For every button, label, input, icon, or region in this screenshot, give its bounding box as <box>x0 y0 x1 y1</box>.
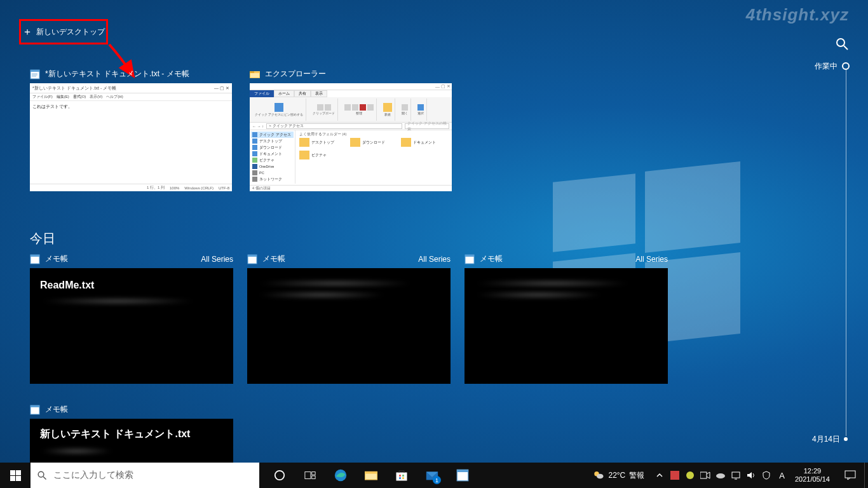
tray-app-icon[interactable] <box>685 470 695 480</box>
svg-rect-41 <box>670 471 679 480</box>
activity-file: 新しいテキスト ドキュメント.txt <box>40 428 223 441</box>
clock-date: 2021/05/14 <box>795 475 830 484</box>
tray-app-icon[interactable] <box>670 470 680 480</box>
window-thumb-title: エクスプローラー <box>265 69 326 79</box>
svg-rect-11 <box>248 255 257 257</box>
svg-line-17 <box>844 46 848 50</box>
notepad-icon <box>30 254 40 264</box>
timeline-now-label: 作業中 <box>815 61 837 72</box>
watermark-text: 4thsight.xyz <box>746 5 849 25</box>
exp-tabs: ファイル ホーム 共有 表示 <box>250 90 452 97</box>
clock-time: 12:29 <box>795 467 830 475</box>
exp-addressbar: ← → ↑ > クイック アクセス クイック アクセスの検索 <box>250 123 452 130</box>
svg-rect-25 <box>305 472 311 479</box>
security-icon[interactable] <box>761 470 771 480</box>
clock[interactable]: 12:29 2021/05/14 <box>789 467 836 484</box>
show-desktop-button[interactable] <box>864 463 868 488</box>
svg-rect-27 <box>312 476 315 479</box>
svg-rect-13 <box>465 255 474 257</box>
mail-button[interactable]: 1 <box>417 463 447 488</box>
window-thumb-explorer[interactable]: エクスプローラー —▢✕ ファイル ホーム 共有 表示 クイック アクセスにピン… <box>250 69 452 191</box>
window-thumb-notepad[interactable]: *新しいテキスト ドキュメント.txt - メモ帳 *新しいテキスト ドキュメン… <box>30 69 232 191</box>
activity-series: All Series <box>635 255 668 264</box>
new-desktop-button[interactable]: ＋ 新しいデスクトップ <box>19 19 108 44</box>
activity-card[interactable]: メモ帳 All Series <box>247 254 451 384</box>
edge-button[interactable] <box>325 463 356 488</box>
task-view-button[interactable] <box>295 463 325 488</box>
timeline-date-marker[interactable] <box>844 437 848 441</box>
svg-rect-47 <box>845 471 855 478</box>
svg-rect-32 <box>399 475 401 477</box>
taskbar: ここに入力して検索 1 22°C 警報 A <box>0 463 868 488</box>
mail-badge: 1 <box>433 476 441 484</box>
exp-titlebar: —▢✕ <box>250 83 452 90</box>
np-statusbar: 1 行、1 列100%Windows (CRLF)UTF-8 <box>30 184 232 191</box>
volume-icon[interactable] <box>746 470 756 480</box>
today-heading: 今日 <box>30 230 55 247</box>
svg-rect-15 <box>31 405 39 407</box>
svg-rect-7 <box>250 73 259 78</box>
svg-point-22 <box>38 471 44 477</box>
svg-rect-34 <box>399 477 401 479</box>
onedrive-icon[interactable] <box>715 470 726 480</box>
activity-card[interactable]: メモ帳 All Series <box>465 254 668 384</box>
exp-ribbon: クイック アクセスにピン留めする クリップボード 整理 新規 開く 選択 <box>250 97 452 123</box>
timeline-now-marker[interactable] <box>842 62 850 70</box>
ime-indicator[interactable]: A <box>775 471 789 480</box>
activity-card[interactable]: メモ帳 新しいテキスト ドキュメント.txt <box>30 404 233 466</box>
activity-app: メモ帳 <box>480 254 503 264</box>
redacted-text <box>40 297 196 305</box>
search-icon <box>37 470 47 480</box>
weather-icon <box>593 470 604 481</box>
svg-point-42 <box>686 471 694 479</box>
notepad-icon <box>30 405 40 415</box>
svg-rect-19 <box>16 470 21 475</box>
tray-chevron-icon[interactable] <box>654 470 665 480</box>
timeline-date-label: 4月14日 <box>812 434 840 445</box>
exp-nav: クイック アクセス デスクトップ ダウンロード ドキュメント ピクチャ OneD… <box>250 130 295 184</box>
activity-series: All Series <box>201 255 233 264</box>
notepad-icon <box>465 254 475 264</box>
activity-file: ReadMe.txt <box>40 280 223 291</box>
start-button[interactable] <box>0 463 31 488</box>
activity-app: メモ帳 <box>45 404 68 415</box>
svg-point-24 <box>275 471 284 480</box>
svg-rect-43 <box>700 472 707 478</box>
svg-rect-33 <box>402 475 404 477</box>
explorer-icon <box>250 69 260 79</box>
network-icon[interactable] <box>731 470 741 480</box>
timeline-line <box>846 70 846 436</box>
weather-temp: 22°C <box>608 471 625 480</box>
search-box[interactable]: ここに入力して検索 <box>31 463 259 488</box>
system-tray <box>651 470 775 480</box>
exp-content: よく使用するフォルダー (4) デスクトップ ダウンロード ドキュメント ピクチ… <box>295 130 452 184</box>
redacted-text <box>257 291 386 299</box>
svg-rect-26 <box>312 472 315 475</box>
activity-series: All Series <box>418 255 451 264</box>
cortana-button[interactable] <box>264 463 295 488</box>
plus-icon: ＋ <box>22 25 32 39</box>
search-placeholder: ここに入力して検索 <box>53 470 133 481</box>
np-content: これはテストです。 <box>30 101 232 112</box>
weather-text: 警報 <box>629 470 644 481</box>
action-center-button[interactable] <box>836 470 864 480</box>
notepad-taskbar-button[interactable] <box>447 463 478 488</box>
np-menu: ファイル(F)編集(E)書式(O)表示(V)ヘルプ(H) <box>30 93 232 101</box>
window-thumb-title: *新しいテキスト ドキュメント.txt - メモ帳 <box>45 69 189 79</box>
svg-point-44 <box>716 473 725 478</box>
activity-app: メモ帳 <box>45 254 68 264</box>
svg-rect-20 <box>10 476 15 481</box>
weather-button[interactable]: 22°C 警報 <box>587 470 651 481</box>
svg-rect-30 <box>365 474 377 480</box>
timeline-rail[interactable]: 作業中 4月14日 <box>811 37 849 450</box>
svg-point-16 <box>837 39 844 46</box>
activity-card[interactable]: メモ帳 All Series ReadMe.txt <box>30 254 233 384</box>
store-button[interactable] <box>386 463 417 488</box>
svg-rect-9 <box>31 255 39 257</box>
redacted-text <box>40 447 113 455</box>
svg-rect-6 <box>250 71 254 73</box>
timeline-search-icon[interactable] <box>835 37 849 51</box>
explorer-button[interactable] <box>356 463 386 488</box>
meet-now-icon[interactable] <box>700 470 710 480</box>
redacted-text <box>257 280 413 287</box>
